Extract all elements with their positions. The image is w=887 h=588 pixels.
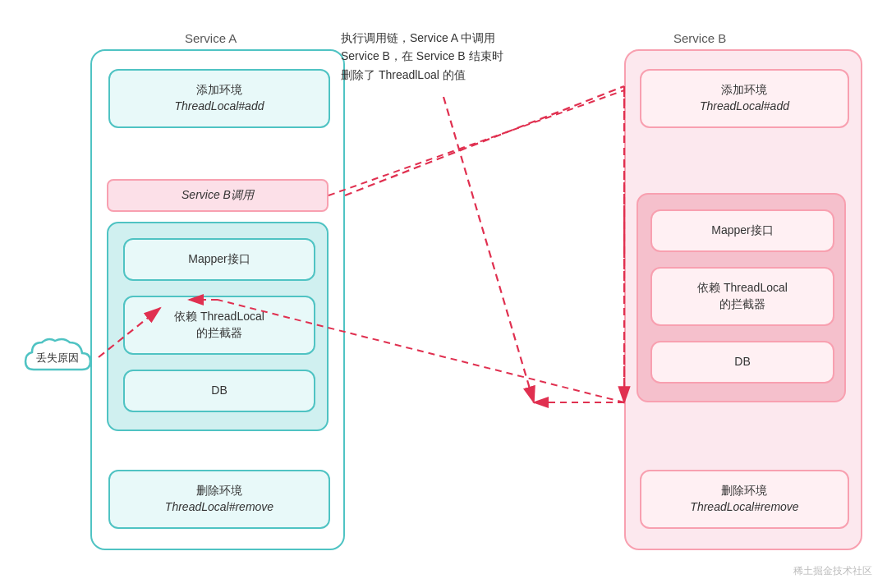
service-a-interceptor-line2: 的拦截器: [174, 325, 264, 342]
service-a-remove-env-text: 删除环境: [165, 483, 273, 499]
service-a-label: Service A: [185, 31, 237, 45]
diagram-container: Service A Service B 添加环境 ThreadLocal#add…: [0, 0, 887, 588]
service-b-interceptor-line1: 依赖 ThreadLocal: [697, 280, 788, 296]
service-b-interceptor-line2: 的拦截器: [697, 296, 788, 313]
service-b-db-text: DB: [734, 354, 750, 370]
service-a-db-box: DB: [123, 370, 315, 412]
service-b-mapper-text: Mapper接口: [711, 223, 773, 239]
service-b-label: Service B: [673, 31, 726, 45]
service-a-interceptor-box: 依赖 ThreadLocal 的拦截器: [123, 296, 315, 355]
service-b-interceptor-box: 依赖 ThreadLocal 的拦截器: [650, 267, 834, 326]
service-b-db-box: DB: [650, 341, 834, 384]
annotation-line3: 删除了 ThreadlLoal 的值: [341, 66, 530, 84]
annotation-line2: Service B，在 Service B 结束时: [341, 47, 530, 65]
svg-line-3: [329, 90, 624, 195]
service-b-add-env-italic: ThreadLocal#add: [700, 99, 789, 115]
service-b-remove-env-italic: ThreadLocal#remove: [690, 499, 798, 516]
svg-text:丢失原因: 丢失原因: [36, 351, 79, 364]
annotation-text: 执行调用链，Service A 中调用 Service B，在 Service …: [341, 29, 530, 84]
service-b-add-env-box: 添加环境 ThreadLocal#add: [640, 69, 849, 128]
service-a-add-env-italic: ThreadLocal#add: [175, 99, 264, 115]
service-a-remove-env-italic: ThreadLocal#remove: [165, 499, 273, 516]
service-a-nested-group: Mapper接口 依赖 ThreadLocal 的拦截器 DB: [107, 222, 329, 431]
watermark: 稀土掘金技术社区: [793, 564, 872, 578]
service-a-add-env-box: 添加环境 ThreadLocal#add: [108, 69, 330, 128]
service-a-mapper-text: Mapper接口: [188, 251, 250, 268]
service-b-mapper-box: Mapper接口: [650, 209, 834, 252]
service-b-remove-env-text: 删除环境: [690, 483, 798, 499]
service-b-call-box: Service B调用: [107, 179, 329, 212]
service-b-remove-env-box: 删除环境 ThreadLocal#remove: [640, 470, 849, 529]
service-a-add-env-text: 添加环境: [175, 82, 264, 99]
cloud-shape: 丢失原因: [12, 324, 103, 390]
service-a-remove-env-box: 删除环境 ThreadLocal#remove: [108, 470, 330, 529]
annotation-line1: 执行调用链，Service A 中调用: [341, 29, 530, 47]
svg-line-10: [345, 86, 624, 195]
service-b-add-env-text: 添加环境: [700, 82, 789, 99]
service-b-nested-group: Mapper接口 依赖 ThreadLocal 的拦截器 DB: [637, 193, 846, 402]
service-a-mapper-box: Mapper接口: [123, 238, 315, 281]
service-b-call-text: Service B调用: [182, 187, 254, 204]
service-a-interceptor-line1: 依赖 ThreadLocal: [174, 309, 264, 325]
svg-line-9: [444, 97, 534, 402]
service-a-db-text: DB: [211, 383, 227, 399]
